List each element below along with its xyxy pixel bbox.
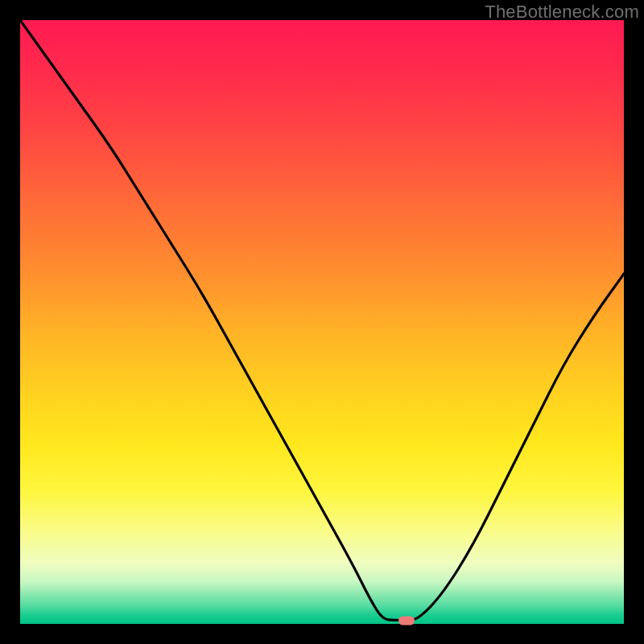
optimal-marker [398,616,415,625]
chart-frame: TheBottleneck.com [0,0,644,644]
bottleneck-curve [20,20,624,624]
plot-area [20,20,624,624]
